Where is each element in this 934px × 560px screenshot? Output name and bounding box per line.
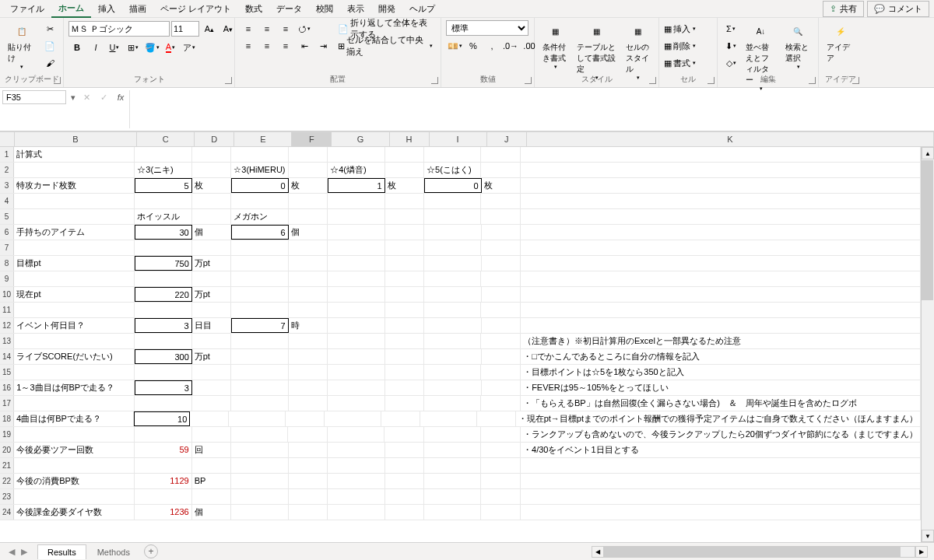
cell-B15[interactable] xyxy=(14,365,135,380)
cell-I6[interactable] xyxy=(424,225,481,240)
cell-F24[interactable] xyxy=(289,505,328,520)
cell-E10[interactable] xyxy=(231,287,288,302)
row-header-16[interactable]: 16 xyxy=(0,380,14,395)
cell-I15[interactable] xyxy=(424,365,481,380)
cell-I9[interactable] xyxy=(424,271,481,286)
cell-K9[interactable] xyxy=(521,271,921,286)
cell-I14[interactable] xyxy=(424,349,481,364)
name-box-dropdown[interactable]: ▾ xyxy=(68,88,78,107)
cell-D10[interactable]: 万pt xyxy=(192,287,232,302)
cell-B24[interactable]: 今後課金必要ダイヤ数 xyxy=(14,505,135,520)
cell-I17[interactable] xyxy=(424,396,481,411)
cell-I20[interactable] xyxy=(424,443,481,457)
cell-I5[interactable] xyxy=(424,209,481,224)
cell-F1[interactable] xyxy=(289,147,328,162)
cell-E20[interactable] xyxy=(231,443,288,457)
cut-button[interactable]: ✂ xyxy=(41,20,58,37)
cell-J20[interactable] xyxy=(481,443,521,457)
cell-G22[interactable] xyxy=(328,474,384,488)
cell-I23[interactable] xyxy=(424,489,481,504)
menu-developer[interactable]: 開発 xyxy=(371,1,402,17)
cell-G11[interactable] xyxy=(328,303,384,317)
cell-K1[interactable] xyxy=(521,147,921,162)
cell-F12[interactable]: 時 xyxy=(289,318,328,333)
merge-button[interactable]: ⊞セルを結合して中央揃え▾ xyxy=(335,37,436,54)
cell-D22[interactable]: BP xyxy=(192,474,232,488)
cell-B5[interactable] xyxy=(14,209,135,224)
cell-H3[interactable]: 枚 xyxy=(385,178,425,193)
hscroll-left-button[interactable]: ◀ xyxy=(592,546,604,558)
col-header-B[interactable]: B xyxy=(15,132,138,146)
cell-K3[interactable] xyxy=(521,178,921,193)
col-header-F[interactable]: F xyxy=(292,132,332,146)
cell-E12[interactable]: 7 xyxy=(231,318,288,333)
cell-I1[interactable] xyxy=(424,147,481,162)
col-header-I[interactable]: I xyxy=(430,132,487,146)
number-format-select[interactable]: 標準 xyxy=(446,20,528,36)
currency-button[interactable]: 💴▾ xyxy=(446,37,463,54)
fill-color-button[interactable]: 🪣▾ xyxy=(143,39,160,56)
cell-H13[interactable] xyxy=(385,334,425,348)
cell-G6[interactable] xyxy=(328,225,384,240)
cell-B22[interactable]: 今後の消費BP数 xyxy=(14,474,135,488)
cell-K13[interactable]: （注意書き）※初日計算用のExcelと一部異なるため注意 xyxy=(521,334,921,348)
menu-formulas[interactable]: 数式 xyxy=(238,1,269,17)
vertical-scrollbar[interactable]: ▲ ▼ xyxy=(921,147,934,542)
menu-draw[interactable]: 描画 xyxy=(122,1,153,17)
cell-H1[interactable] xyxy=(385,147,425,162)
cell-I8[interactable] xyxy=(424,256,481,271)
row-header-10[interactable]: 10 xyxy=(0,287,14,302)
cell-B9[interactable] xyxy=(14,271,135,286)
ideas-button[interactable]: ⚡アイデア xyxy=(823,20,857,65)
comma-button[interactable]: , xyxy=(483,37,500,54)
cell-K2[interactable] xyxy=(521,163,921,177)
cell-E13[interactable] xyxy=(231,334,288,348)
cell-H6[interactable] xyxy=(385,225,425,240)
cell-F19[interactable] xyxy=(288,427,328,442)
cell-F4[interactable] xyxy=(289,194,328,208)
cell-I10[interactable] xyxy=(424,287,481,302)
cell-J11[interactable] xyxy=(481,303,521,317)
cell-B8[interactable]: 目標pt xyxy=(14,256,135,271)
autosum-button[interactable]: Σ▾ xyxy=(722,20,739,37)
cell-J3[interactable]: 枚 xyxy=(482,178,521,193)
cell-E23[interactable] xyxy=(231,489,288,504)
cell-J12[interactable] xyxy=(482,318,521,333)
cell-C11[interactable] xyxy=(135,303,191,317)
cell-D9[interactable] xyxy=(192,271,232,286)
col-header-G[interactable]: G xyxy=(332,132,389,146)
cell-H15[interactable] xyxy=(385,365,425,380)
cell-D8[interactable]: 万pt xyxy=(192,256,232,271)
cell-I16[interactable] xyxy=(424,380,481,395)
cell-B2[interactable] xyxy=(14,163,135,177)
cell-C16[interactable]: 3 xyxy=(135,380,191,395)
row-header-4[interactable]: 4 xyxy=(0,194,14,208)
formula-input[interactable] xyxy=(129,90,934,128)
cell-G15[interactable] xyxy=(328,365,384,380)
cell-F23[interactable] xyxy=(289,489,328,504)
cell-K15[interactable]: ・目標ポイントは☆5を1枚なら350と記入 xyxy=(521,365,921,380)
cell-J16[interactable] xyxy=(482,380,521,395)
comments-button[interactable]: 💬コメント xyxy=(867,1,929,17)
cell-B17[interactable] xyxy=(14,396,135,411)
cell-D4[interactable] xyxy=(192,194,232,208)
cell-D14[interactable]: 万pt xyxy=(192,349,232,364)
cell-J1[interactable] xyxy=(481,147,521,162)
menu-help[interactable]: ヘルプ xyxy=(402,1,442,17)
cell-C24[interactable]: 1236 xyxy=(135,505,191,520)
cell-B14[interactable]: ライブSCORE(だいたい) xyxy=(14,349,135,364)
cell-B6[interactable]: 手持ちのアイテム xyxy=(14,225,135,240)
cell-I18[interactable] xyxy=(420,411,477,426)
cell-H17[interactable] xyxy=(385,396,425,411)
cell-E24[interactable] xyxy=(231,505,288,520)
cell-G2[interactable]: ☆4(燐音) xyxy=(328,163,384,177)
cell-B10[interactable]: 現在pt xyxy=(14,287,135,302)
cell-K22[interactable] xyxy=(521,474,921,488)
cell-C12[interactable]: 3 xyxy=(135,318,191,333)
cell-K8[interactable] xyxy=(521,256,921,271)
cell-F13[interactable] xyxy=(289,334,328,348)
cell-F2[interactable] xyxy=(289,163,328,177)
cell-K14[interactable]: ・□でかこんであるところに自分の情報を記入 xyxy=(521,349,921,364)
cell-E15[interactable] xyxy=(231,365,288,380)
row-header-13[interactable]: 13 xyxy=(0,334,14,348)
